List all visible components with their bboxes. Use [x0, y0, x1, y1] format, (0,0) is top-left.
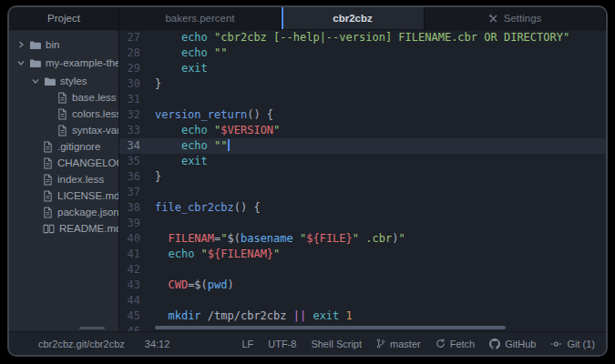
code-text: FILENAM="$(basename "${FILE}" .cbr)": [155, 231, 405, 247]
tab-settings[interactable]: Settings: [425, 7, 606, 29]
code-line[interactable]: 38file_cbr2cbz() {: [119, 200, 606, 216]
code-text: mkdir /tmp/cbr2cbz || exit 1: [155, 308, 353, 324]
editor-window: Project bakers.percentcbr2cbzSettings bi…: [7, 5, 608, 357]
sidebar-horizontal-scrollbar[interactable]: [79, 327, 105, 329]
tree-item-label: colors.less: [72, 108, 119, 119]
tools-icon: [488, 14, 498, 24]
line-number: 44: [119, 293, 155, 308]
sync-icon: [436, 339, 446, 349]
line-number: 37: [119, 185, 155, 200]
code-line[interactable]: 39: [119, 216, 606, 231]
code-line[interactable]: 31: [119, 92, 606, 107]
line-number: 29: [119, 61, 155, 76]
tree-item-package-json[interactable]: package.json: [9, 204, 118, 220]
tab-cbr2cbz[interactable]: cbr2cbz: [282, 7, 425, 29]
line-number: 34: [119, 138, 155, 154]
tree-item-label: bin: [46, 39, 59, 50]
file-icon: [57, 125, 67, 136]
code-line[interactable]: 30}: [119, 76, 606, 92]
code-line[interactable]: 42: [119, 262, 606, 278]
status-github[interactable]: GitHub: [489, 339, 536, 349]
code-line[interactable]: 33 echo "$VERSION": [119, 123, 606, 138]
code-line[interactable]: 27 echo "cbr2cbz [--help|--version] FILE…: [119, 30, 606, 46]
text-cursor: [228, 139, 230, 151]
tree-item-colors-less[interactable]: colors.less: [9, 106, 118, 122]
tree-item-label: syntax-variable: [72, 125, 119, 136]
line-number: 30: [119, 76, 155, 92]
chevron-down-icon: [16, 59, 25, 66]
status-item-label: master: [390, 339, 421, 349]
code-line[interactable]: 34 echo "": [119, 138, 606, 154]
status-git-changes[interactable]: Git (1): [550, 339, 595, 349]
tree-item-label: .gitignore: [57, 141, 100, 152]
status-git-branch[interactable]: master: [376, 338, 421, 349]
tab-bar: Project bakers.percentcbr2cbzSettings: [9, 7, 606, 30]
code-line[interactable]: 37: [119, 185, 606, 200]
tree-item-label: README.md: [59, 223, 119, 234]
code-line[interactable]: 35 exit: [119, 154, 606, 169]
status-right: LFUTF-8Shell ScriptmasterFetchGitHubGit …: [241, 338, 595, 349]
code-text: file_cbr2cbz() {: [155, 200, 261, 216]
project-panel-title: Project: [47, 13, 80, 24]
code-editor[interactable]: 27 echo "cbr2cbz [--help|--version] FILE…: [119, 30, 606, 331]
tree-item-styles[interactable]: styles: [9, 73, 118, 89]
tree-item-changelog-md[interactable]: CHANGELOG.md: [9, 155, 118, 171]
code-text: echo "": [155, 46, 228, 61]
tab-bakers-percent[interactable]: bakers.percent: [119, 7, 282, 29]
code-line[interactable]: 36}: [119, 169, 606, 185]
tree-item-base-less[interactable]: base.less: [9, 89, 118, 106]
status-left: cbr2cbz.git/cbr2cbz34:12: [38, 339, 169, 349]
line-number: 27: [119, 30, 155, 46]
code-line[interactable]: 28 echo "": [119, 46, 606, 61]
status-item-label: Fetch: [450, 339, 476, 349]
status-item-label: Shell Script: [311, 339, 362, 349]
git-commit-icon: [550, 340, 562, 348]
status-git-path: cbr2cbz.git/cbr2cbz: [38, 339, 125, 349]
folder-icon: [29, 58, 41, 68]
status-fetch[interactable]: Fetch: [436, 339, 476, 349]
line-number: 40: [119, 231, 155, 247]
code-line[interactable]: 32version_return() {: [119, 107, 606, 123]
editor-horizontal-scrollbar[interactable]: [155, 326, 506, 329]
code-line[interactable]: 44: [119, 293, 606, 308]
status-grammar[interactable]: Shell Script: [311, 339, 362, 349]
tree-item-gitignore[interactable]: .gitignore: [9, 138, 118, 155]
status-encoding[interactable]: UTF-8: [268, 339, 296, 349]
code-line[interactable]: 45 mkdir /tmp/cbr2cbz || exit 1: [119, 308, 606, 324]
status-line-ending[interactable]: LF: [241, 339, 253, 349]
code-line[interactable]: 40 FILENAM="$(basename "${FILE}" .cbr)": [119, 231, 606, 247]
status-bar: cbr2cbz.git/cbr2cbz34:12 LFUTF-8Shell Sc…: [9, 331, 606, 355]
file-tree-panel[interactable]: binmy-example-theme-sstylesbase.lesscolo…: [9, 30, 119, 331]
line-number: 32: [119, 107, 155, 123]
folder-icon: [44, 76, 56, 86]
tree-item-bin[interactable]: bin: [9, 36, 118, 53]
file-icon: [43, 157, 53, 169]
tree-item-syntax-variable[interactable]: syntax-variable: [9, 122, 118, 138]
tab-label: cbr2cbz: [333, 13, 372, 24]
line-number: 43: [119, 278, 155, 293]
file-icon: [43, 207, 53, 218]
tab-strip: bakers.percentcbr2cbzSettings: [119, 7, 606, 29]
tab-label: bakers.percent: [165, 13, 234, 24]
code-text: echo "": [155, 138, 230, 154]
line-number: 28: [119, 46, 155, 61]
tree-item-my-example-theme-s[interactable]: my-example-theme-s: [9, 55, 118, 71]
tree-item-readme-md[interactable]: README.md: [9, 220, 118, 237]
tree-item-index-less[interactable]: index.less: [9, 171, 118, 187]
line-number: 41: [119, 247, 155, 262]
file-tree: binmy-example-theme-sstylesbase.lesscolo…: [9, 30, 118, 237]
code-line[interactable]: 41 echo "${FILENAM}": [119, 247, 606, 262]
book-icon: [43, 224, 55, 234]
project-panel-header: Project: [9, 7, 119, 29]
code-text: version_return() {: [155, 107, 273, 123]
status-cursor-position[interactable]: 34:12: [145, 339, 170, 349]
file-icon: [43, 174, 53, 186]
chevron-right-icon: [16, 41, 25, 48]
tree-item-license-md[interactable]: LICENSE.md: [9, 187, 118, 204]
code-text: echo "cbr2cbz [--help|--version] FILENAM…: [155, 30, 569, 46]
code-line[interactable]: 43 CWD=$(pwd): [119, 278, 606, 293]
code-text: echo "$VERSION": [155, 123, 280, 138]
main-area: binmy-example-theme-sstylesbase.lesscolo…: [9, 30, 606, 331]
status-item-label: LF: [241, 339, 253, 349]
code-line[interactable]: 29 exit: [119, 61, 606, 76]
